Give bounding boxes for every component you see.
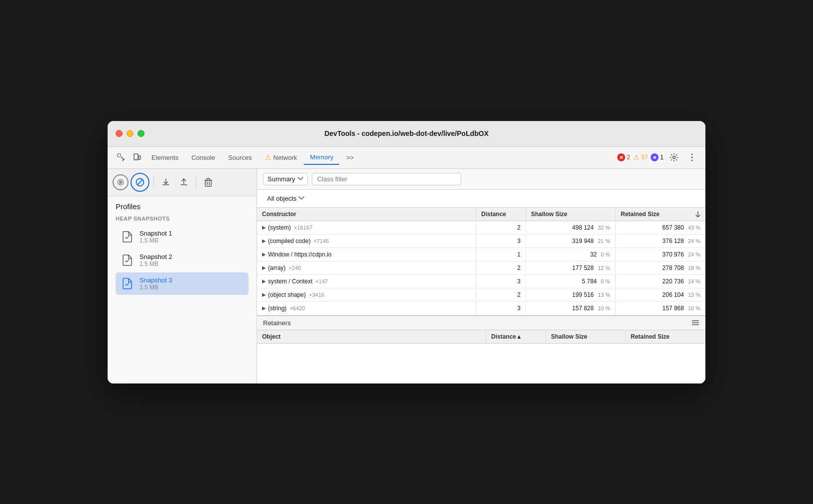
th-constructor[interactable]: Constructor <box>257 208 476 221</box>
main-panel: Summary All objects <box>257 169 705 383</box>
snapshot-size-2: 1.5 MB <box>139 260 172 267</box>
snapshot-info-1: Snapshot 1 1.5 MB <box>139 230 172 244</box>
svg-point-6 <box>691 157 693 158</box>
td-constructor: ▶ (object shape) ×3416 <box>257 288 476 301</box>
more-options-btn[interactable] <box>684 150 699 165</box>
th-distance[interactable]: Distance <box>476 208 526 221</box>
table-row[interactable]: ▶ (string) ×6420 3 157 828 10 % 157 868 … <box>257 302 705 315</box>
expand-arrow[interactable]: ▶ <box>262 252 266 257</box>
svg-point-9 <box>119 181 122 184</box>
top-nav: Elements Console Sources ⚠ Network Memor… <box>108 147 705 169</box>
td-constructor: ▶ (string) ×6420 <box>257 302 476 315</box>
td-shallow-size: 319 948 21 % <box>526 235 616 248</box>
warning-badge: ⚠ 57 <box>633 153 648 161</box>
td-distance: 3 <box>476 275 526 288</box>
expand-arrow[interactable]: ▶ <box>262 225 266 230</box>
all-objects-dropdown[interactable]: All objects <box>263 193 308 204</box>
toolbar-separator-2 <box>196 176 196 188</box>
td-constructor: ▶ Window / https://cdpn.io <box>257 248 476 261</box>
class-filter-input[interactable] <box>312 173 461 185</box>
error-badge: ✕ 2 <box>617 153 630 161</box>
sidebar: Profiles HEAP SNAPSHOTS Snapshot <box>108 169 257 383</box>
settings-icon-btn[interactable] <box>667 150 681 165</box>
main-content: Profiles HEAP SNAPSHOTS Snapshot <box>108 169 705 383</box>
expand-arrow[interactable]: ▶ <box>262 265 266 270</box>
table-row[interactable]: ▶ (object shape) ×3416 2 199 516 13 % 20… <box>257 288 705 302</box>
inspector-icon-btn[interactable] <box>114 150 129 165</box>
custom-badge-icon: ■ <box>651 153 659 161</box>
maximize-button[interactable] <box>137 130 144 137</box>
profiles-title: Profiles <box>116 202 249 211</box>
td-constructor: ▶ (array) ×240 <box>257 261 476 274</box>
snapshot-icon-3 <box>121 276 135 290</box>
table-row[interactable]: ▶ (compiled code) ×7145 3 319 948 21 % 3… <box>257 235 705 248</box>
table-row[interactable]: ▶ system / Context ×147 3 5 784 0 % 220 … <box>257 275 705 288</box>
td-retained-size: 657 380 43 % <box>616 221 705 234</box>
td-distance: 2 <box>476 221 526 234</box>
warning-icon: ⚠ <box>633 153 640 161</box>
close-button[interactable] <box>116 130 123 137</box>
retainers-table-header: Object Distance▲ Shallow Size Retained S… <box>257 330 705 344</box>
expand-arrow[interactable]: ▶ <box>262 305 266 311</box>
tab-elements[interactable]: Elements <box>145 151 184 164</box>
save-btn[interactable] <box>176 174 192 190</box>
error-badge-icon: ✕ <box>617 153 625 161</box>
table-row[interactable]: ▶ (system) ×16167 2 498 124 32 % 657 380… <box>257 221 705 235</box>
retainers-header: Retainers <box>257 316 705 330</box>
snapshot-name-3: Snapshot 3 <box>139 276 172 284</box>
summary-dropdown[interactable]: Summary <box>263 173 308 185</box>
expand-arrow[interactable]: ▶ <box>262 292 266 297</box>
th-retained-size[interactable]: Retained Size <box>616 208 705 221</box>
devtools-body: Elements Console Sources ⚠ Network Memor… <box>108 147 705 383</box>
rth-object[interactable]: Object <box>257 330 486 343</box>
snapshot-item-2[interactable]: Snapshot 2 1.5 MB <box>116 249 249 271</box>
tab-network[interactable]: ⚠ Network <box>259 150 303 164</box>
tab-console[interactable]: Console <box>185 151 221 164</box>
td-retained-size: 157 868 10 % <box>616 302 705 315</box>
td-shallow-size: 157 828 10 % <box>526 302 616 315</box>
snapshot-size-3: 1.5 MB <box>139 284 172 291</box>
table-row[interactable]: ▶ (array) ×240 2 177 528 12 % 278 708 18… <box>257 261 705 275</box>
rth-distance[interactable]: Distance▲ <box>486 330 546 343</box>
collect-garbage-btn[interactable] <box>200 174 216 190</box>
td-retained-size: 278 708 18 % <box>616 261 705 274</box>
expand-arrow[interactable]: ▶ <box>262 278 266 284</box>
td-distance: 2 <box>476 288 526 301</box>
toolbar-separator <box>153 176 154 188</box>
record-btn[interactable] <box>113 174 129 190</box>
load-btn[interactable] <box>158 174 174 190</box>
clear-btn[interactable] <box>131 173 149 192</box>
svg-rect-2 <box>138 156 140 159</box>
device-icon-btn[interactable] <box>130 150 144 165</box>
td-shallow-size: 498 124 32 % <box>526 221 616 234</box>
table-row[interactable]: ▶ Window / https://cdpn.io 1 32 0 % 370 … <box>257 248 705 261</box>
tab-memory[interactable]: Memory <box>304 150 339 165</box>
td-constructor: ▶ (compiled code) ×7145 <box>257 235 476 248</box>
td-retained-size: 376 128 24 % <box>616 235 705 248</box>
td-retained-size: 370 976 24 % <box>616 248 705 261</box>
td-retained-size: 220 736 14 % <box>616 275 705 288</box>
minimize-button[interactable] <box>127 130 134 137</box>
heap-table: Constructor Distance Shallow Size Retain… <box>257 208 705 383</box>
th-shallow-size[interactable]: Shallow Size <box>526 208 616 221</box>
heap-snapshots-label: HEAP SNAPSHOTS <box>116 216 249 222</box>
snapshot-name-1: Snapshot 1 <box>139 230 172 237</box>
snapshot-item-3[interactable]: Snapshot 3 1.5 MB <box>116 272 249 295</box>
td-constructor: ▶ system / Context ×147 <box>257 275 476 288</box>
more-tabs-btn[interactable]: >> <box>340 151 360 164</box>
snapshot-info-3: Snapshot 3 1.5 MB <box>139 276 172 291</box>
td-shallow-size: 32 0 % <box>526 248 616 261</box>
tab-sources[interactable]: Sources <box>222 151 258 164</box>
svg-point-4 <box>673 156 676 159</box>
traffic-lights <box>116 130 144 137</box>
svg-line-11 <box>137 179 143 185</box>
rth-retained-size[interactable]: Retained Size <box>626 330 705 343</box>
expand-arrow[interactable]: ▶ <box>262 238 266 244</box>
table-header: Constructor Distance Shallow Size Retain… <box>257 208 705 221</box>
td-shallow-size: 5 784 0 % <box>526 275 616 288</box>
td-distance: 2 <box>476 261 526 274</box>
snapshot-icon-1 <box>121 230 135 244</box>
td-retained-size: 206 104 13 % <box>616 288 705 301</box>
snapshot-item-1[interactable]: Snapshot 1 1.5 MB <box>116 226 249 248</box>
rth-shallow-size[interactable]: Shallow Size <box>546 330 626 343</box>
